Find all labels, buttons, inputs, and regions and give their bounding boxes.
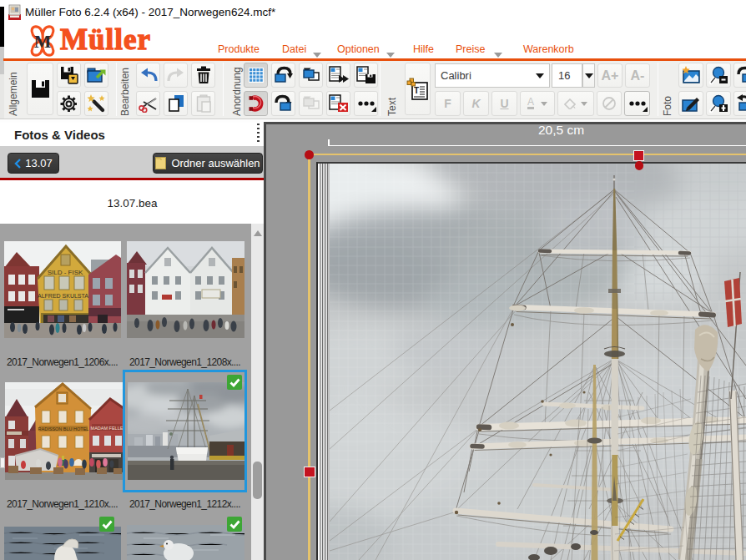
svg-text:MADAM FELLE: MADAM FELLE [91,426,123,431]
svg-text:M: M [34,32,52,52]
svg-text:RADISSON BLU HOTEL: RADISSON BLU HOTEL [38,426,89,431]
svg-text:SILD - FISK: SILD - FISK [48,269,83,276]
svg-text:ALFRED SKULSTAD: ALFRED SKULSTAD [38,293,93,299]
svg-text:T: T [414,86,419,95]
